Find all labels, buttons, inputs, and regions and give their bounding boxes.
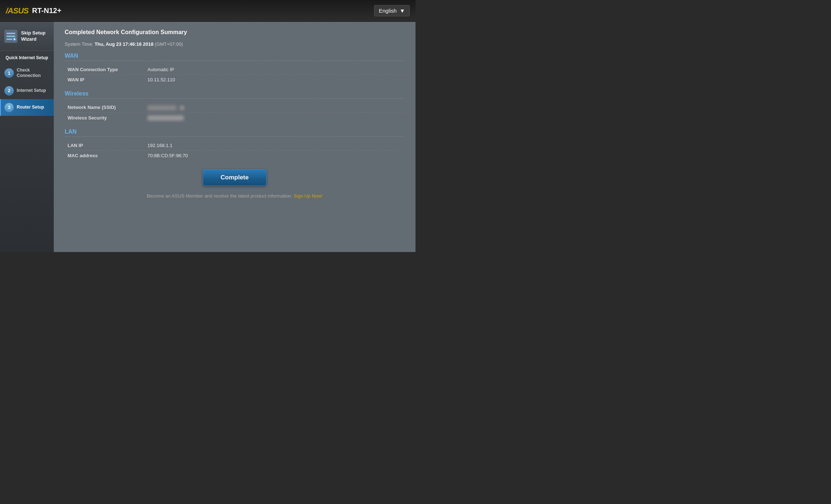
step-2-number: 2	[4, 86, 14, 95]
sidebar: Skip Setup Wizard Quick Internet Setup 1…	[0, 22, 54, 252]
ssid-label: Network Name (SSID)	[68, 105, 147, 110]
sidebar-item-internet-setup[interactable]: 2 Internet Setup	[0, 82, 54, 99]
ssid-blurred-sm	[179, 105, 185, 110]
wan-ip-label: WAN IP	[68, 77, 147, 82]
wireless-section-heading: Wireless	[65, 90, 405, 97]
content-inner: Completed Network Configuration Summary …	[54, 22, 416, 252]
sidebar-item-router-setup[interactable]: 3 Router Setup	[0, 99, 54, 116]
step-1-number: 1	[4, 68, 14, 78]
mac-label: MAC address	[68, 153, 147, 158]
wan-ip-row: WAN IP 10.11.52.110	[65, 75, 405, 85]
lan-ip-value: 192.168.1.1	[147, 143, 173, 148]
security-blurred	[147, 115, 184, 121]
skip-wizard-button[interactable]: Skip Setup Wizard	[0, 22, 54, 51]
signup-link[interactable]: Sign Up Now!	[294, 193, 323, 199]
content-area: Completed Network Configuration Summary …	[54, 22, 416, 252]
wan-section-heading: WAN	[65, 53, 405, 59]
model-name: RT-N12+	[32, 7, 61, 15]
wireless-security-row: Wireless Security	[65, 113, 405, 123]
skip-wizard-icon	[4, 30, 17, 43]
wireless-section: Wireless Network Name (SSID) Wireless Se…	[65, 90, 405, 123]
wan-section: WAN WAN Connection Type Automatic IP WAN…	[65, 53, 405, 85]
logo-area: /ASUS RT-N12+	[6, 6, 61, 16]
language-selector[interactable]: English ▼	[374, 5, 410, 16]
ssid-row: Network Name (SSID)	[65, 102, 405, 113]
lan-divider	[65, 137, 405, 137]
sidebar-item-label-check-connection: Check Connection	[17, 68, 50, 79]
wan-divider	[65, 61, 405, 61]
lan-section-heading: LAN	[65, 129, 405, 135]
wan-connection-type-label: WAN Connection Type	[68, 67, 147, 72]
page-title: Completed Network Configuration Summary	[65, 29, 405, 36]
lan-section: LAN LAN IP 192.168.1.1 MAC address 70:8B…	[65, 129, 405, 160]
wireless-divider	[65, 98, 405, 99]
complete-button[interactable]: Complete	[203, 169, 266, 186]
system-time-row: System Time: Thu, Aug 23 17:46:16 2018 (…	[65, 41, 405, 47]
sidebar-item-check-connection[interactable]: 1 Check Connection	[0, 64, 54, 82]
wan-connection-type-value: Automatic IP	[147, 67, 174, 72]
wan-ip-value: 10.11.52.110	[147, 77, 175, 82]
system-time-tz: (GMT+07:00)	[155, 41, 183, 47]
skip-wizard-label: Skip Setup Wizard	[21, 30, 49, 42]
wan-connection-type-row: WAN Connection Type Automatic IP	[65, 65, 405, 75]
language-label: English	[379, 8, 397, 14]
svg-rect-3	[7, 38, 12, 40]
ssid-blurred	[147, 105, 177, 110]
sidebar-item-label-router-setup: Router Setup	[17, 105, 44, 110]
main-layout: Skip Setup Wizard Quick Internet Setup 1…	[0, 22, 416, 252]
footer-static-text: Become an ASUS Member and receive the la…	[147, 193, 292, 199]
lan-ip-row: LAN IP 192.168.1.1	[65, 141, 405, 151]
asus-logo: /ASUS	[6, 6, 28, 16]
system-time-label: System Time:	[65, 41, 93, 47]
wireless-security-label: Wireless Security	[68, 115, 147, 121]
lan-ip-label: LAN IP	[68, 143, 147, 148]
ssid-value	[147, 105, 185, 110]
complete-button-row: Complete	[65, 169, 405, 186]
step-3-number: 3	[4, 103, 14, 112]
svg-rect-1	[7, 33, 15, 34]
mac-value: 70:8B:CD:5F:96:70	[147, 153, 188, 158]
svg-rect-2	[7, 36, 15, 37]
footer-text: Become an ASUS Member and receive the la…	[65, 193, 405, 199]
chevron-down-icon: ▼	[400, 8, 405, 14]
system-time-value: Thu, Aug 23 17:46:16 2018	[94, 41, 153, 47]
sidebar-item-label-internet-setup: Internet Setup	[17, 88, 46, 94]
mac-address-row: MAC address 70:8B:CD:5F:96:70	[65, 151, 405, 160]
sidebar-section-title: Quick Internet Setup	[0, 51, 54, 64]
wireless-security-value	[147, 115, 184, 121]
header: /ASUS RT-N12+ English ▼	[0, 0, 416, 22]
